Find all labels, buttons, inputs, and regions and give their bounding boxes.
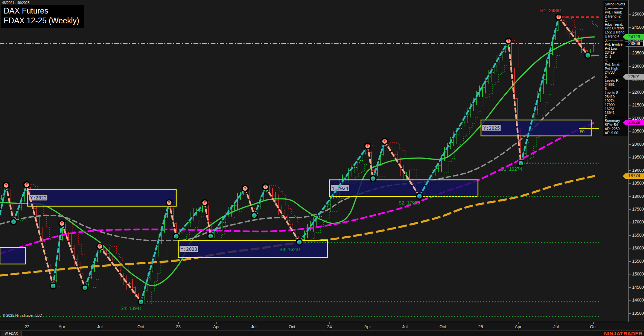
time-tick-label: Oct (590, 325, 596, 329)
year-box-label: Y:2022 (30, 195, 47, 200)
time-tick (178, 322, 179, 324)
swing-segment (205, 203, 211, 236)
time-tick-label: Oct (439, 325, 446, 329)
price-tick-label: 13500 (632, 311, 644, 316)
price-tick (628, 183, 631, 184)
price-tick (628, 27, 631, 28)
ohlc-bar (452, 131, 455, 146)
time-tick (329, 322, 330, 324)
time-tick-label: Jul (251, 325, 256, 329)
price-tick (628, 105, 631, 105)
ohlc-bar (187, 220, 189, 230)
ohlc-bar (41, 227, 43, 245)
time-tick-label: Apr (364, 325, 371, 329)
time-tick-label: 24 (327, 325, 332, 329)
time-tick-label: Jul (97, 325, 102, 329)
time-axis[interactable]: 22AprJulOct23AprJulOct24AprJulOct25AprJu… (0, 322, 644, 330)
price-tick (628, 274, 631, 274)
time-tick (141, 322, 141, 324)
swing-segment (141, 203, 169, 302)
year-box (329, 180, 478, 196)
range-label: 46/2021 - 40/2025 (2, 1, 29, 5)
price-tick (628, 53, 631, 53)
chart-canvas[interactable]: Y:2022Y:2023Y:2024Y:2025R1: 24891S1: 192… (0, 0, 624, 322)
price-tick (628, 235, 631, 236)
bottom-bar: W FDAX NINJATRADER (0, 330, 644, 336)
swing-segment (245, 188, 254, 215)
swing-segment (169, 203, 176, 236)
time-tick-label: 23 (176, 325, 181, 329)
time-tick (62, 322, 62, 324)
level-label: S1: 19274 (501, 166, 522, 172)
time-tick-label: Apr (515, 325, 521, 329)
price-tick (628, 248, 631, 248)
pivot-tail-red-steps (589, 21, 599, 27)
f0-label: F0 (580, 129, 584, 134)
ohlc-bar (548, 51, 551, 68)
price-badge: 20829 (623, 120, 644, 125)
price-tick (628, 144, 631, 145)
price-tick (628, 313, 631, 314)
price-tick-label: 20500 (632, 129, 644, 134)
time-tick (593, 322, 594, 324)
price-tick-label: 23500 (632, 51, 644, 55)
ohlc-bar (155, 249, 157, 263)
price-tick-label: 22000 (632, 90, 644, 95)
copyright-notice: © 2025 NinjaTrader, LLC (3, 313, 42, 317)
time-tick (556, 322, 556, 324)
time-tick-label: Jul (402, 325, 408, 329)
price-tick-label: 14000 (632, 298, 644, 303)
price-badge: 24129 (623, 34, 644, 40)
time-tick (443, 322, 443, 324)
time-tick (216, 322, 217, 324)
time-tick (292, 322, 292, 324)
instrument-tab[interactable]: W FDAX (1, 331, 22, 336)
ohlc-bar (476, 91, 478, 105)
year-box (0, 247, 25, 264)
time-tick (100, 322, 100, 324)
price-tick-label: 25000 (632, 12, 644, 17)
price-tick (628, 209, 631, 210)
price-tick-label: 20000 (632, 142, 644, 147)
level-label: S4: 13941 (120, 306, 142, 311)
price-tick-label: 14500 (632, 285, 644, 290)
year-box (178, 241, 327, 258)
ohlc-bar (502, 49, 504, 61)
price-tick-label: 23000 (632, 64, 644, 69)
price-badge: 22591 (623, 74, 644, 80)
time-tick (254, 322, 254, 324)
level-label: S2: 17999 (398, 200, 420, 206)
swing-segment (100, 246, 141, 302)
price-tick (628, 261, 631, 262)
time-tick-label: Apr (213, 325, 220, 329)
price-tick-label: 21500 (632, 103, 644, 107)
time-tick (368, 322, 368, 324)
ohlc-bar (207, 206, 210, 224)
price-tick (628, 157, 631, 158)
price-tick-label: 17500 (632, 207, 644, 212)
price-tick (628, 40, 631, 41)
year-box-label: Y:2025 (483, 125, 500, 131)
time-tick-label: Jul (553, 325, 559, 329)
price-badge: 23869 (623, 41, 644, 47)
price-tick (628, 131, 631, 131)
swing-segment (559, 17, 588, 55)
price-tick-label: 16500 (632, 233, 644, 238)
swing-segment (521, 17, 559, 163)
price-tick (628, 14, 631, 15)
price-tick-label: 15500 (632, 259, 644, 264)
level-label: R1: 24891 (540, 8, 562, 13)
time-tick (27, 322, 27, 324)
level-label: S3: 16231 (279, 247, 301, 252)
chart-window: Y:2022Y:2023Y:2024Y:2025R1: 24891S1: 192… (0, 0, 644, 336)
price-tick-label: 19000 (632, 168, 644, 173)
price-tick (628, 170, 631, 171)
price-tick (628, 118, 631, 119)
price-tick (628, 300, 631, 301)
price-tick (628, 287, 631, 288)
ohlc-bar (277, 194, 279, 214)
time-tick-label: Oct (137, 325, 144, 329)
price-axis[interactable]: 1350014000145001500015500160001650017000… (624, 0, 644, 322)
ohlc-bar (484, 78, 486, 94)
price-tick-label: 18500 (632, 181, 644, 186)
